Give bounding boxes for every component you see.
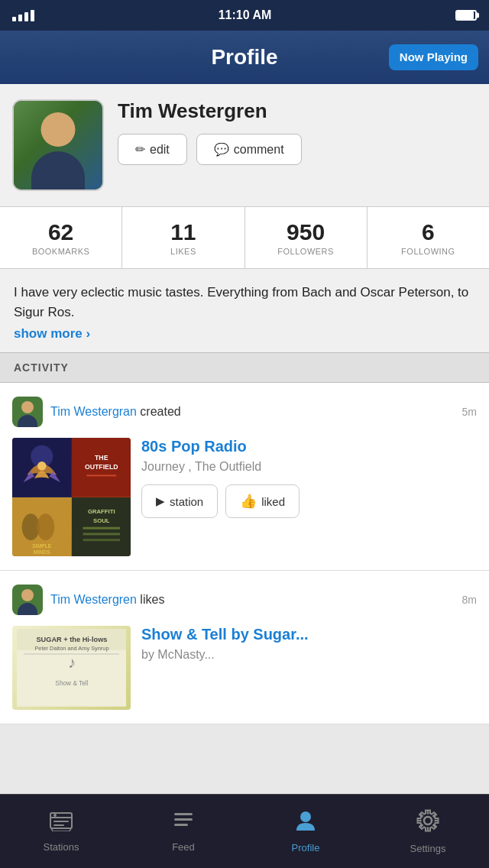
station-art-1: THE OUTFIELD SIMPLE MINDS GRAF (12, 438, 131, 556)
followers-label: FOLLOWERS (251, 247, 361, 256)
activity-header: ACTIVITY (0, 352, 489, 383)
activity-item-1: Tim Westergran created 5m (0, 383, 489, 571)
activity-time-2: 8m (462, 594, 477, 606)
edit-button[interactable]: ✏ edit (118, 134, 187, 165)
stats-bar: 62 BOOKMARKS 11 LIKES 950 FOLLOWERS 6 FO… (0, 206, 489, 269)
bookmarks-stat[interactable]: 62 BOOKMARKS (0, 207, 122, 268)
activity-user-row-2: Tim Westergren likes (12, 585, 164, 615)
header: Profile Now Playing (0, 31, 489, 84)
tab-settings[interactable]: Settings (367, 795, 489, 868)
svg-text:SIMPLE: SIMPLE (32, 542, 51, 548)
activity-desc-1: Tim Westergran created (50, 405, 181, 419)
station-artists-1: Journey , The Outfield (141, 460, 477, 474)
user-avatar-1 (12, 397, 43, 427)
following-count: 6 (374, 219, 483, 245)
art-cell-4: GRAFFITI SOUL (72, 497, 131, 557)
svg-rect-6 (86, 474, 116, 476)
settings-tab-label: Settings (410, 843, 446, 854)
svg-text:GRAFFITI: GRAFFITI (87, 508, 115, 515)
station-buttons-1: ▶ station 👍 liked (141, 484, 477, 518)
stations-tab-label: Stations (44, 841, 79, 853)
station-info-1: 80s Pop Radio Journey , The Outfield ▶ s… (141, 438, 477, 556)
album-name-2[interactable]: Show & Tell by Sugar... (141, 626, 477, 643)
bio-section: I have very eclectic music tastes. Every… (0, 269, 489, 352)
svg-text:SUGAR + the Hi-lows: SUGAR + the Hi-lows (36, 636, 107, 643)
activity-user-link-1[interactable]: Tim Westergran (50, 405, 137, 418)
tab-feed[interactable]: Feed (122, 795, 244, 868)
profile-icon (293, 809, 318, 837)
tab-bar: Stations Feed Profile (0, 794, 489, 868)
activity-user-row-1: Tim Westergran created (12, 397, 181, 427)
profile-tab-label: Profile (292, 842, 320, 853)
svg-text:THE: THE (95, 454, 108, 462)
play-icon: ▶ (156, 494, 165, 508)
activity-desc-2: Tim Westergren likes (50, 593, 164, 607)
tab-profile[interactable]: Profile (244, 795, 367, 868)
bio-text: I have very eclectic music tastes. Every… (14, 283, 475, 322)
profile-info: Tim Westergren ✏ edit 💬 comment (118, 99, 477, 165)
tab-stations[interactable]: Stations (0, 795, 122, 868)
art-cell-2: THE OUTFIELD (72, 438, 131, 497)
svg-rect-31 (174, 818, 193, 821)
svg-text:SOUL: SOUL (92, 517, 109, 523)
activity-label: ACTIVITY (14, 361, 69, 374)
activity-item-2: Tim Westergren likes 8m SUGAR + the Hi-l… (0, 571, 489, 724)
comment-button[interactable]: 💬 comment (196, 134, 302, 165)
svg-point-9 (37, 513, 54, 540)
profile-name: Tim Westergren (118, 99, 477, 123)
svg-text:Show & Tell: Show & Tell (55, 679, 88, 687)
thumbs-up-icon: 👍 (240, 493, 257, 510)
play-station-button[interactable]: ▶ station (141, 484, 218, 518)
svg-point-2 (37, 462, 47, 471)
profile-section: Tim Westergren ✏ edit 💬 comment (0, 84, 489, 206)
album-subtext-2: by McNasty... (141, 648, 477, 662)
settings-icon (416, 808, 440, 838)
svg-rect-16 (83, 533, 119, 535)
following-stat[interactable]: 6 FOLLOWING (368, 207, 489, 268)
svg-point-27 (53, 814, 57, 817)
avatar (12, 99, 104, 191)
status-bar: 11:10 AM (0, 0, 489, 31)
likes-label: LIKES (128, 247, 238, 256)
svg-rect-29 (53, 824, 64, 826)
svg-rect-28 (53, 821, 69, 822)
svg-rect-17 (83, 539, 119, 541)
profile-actions: ✏ edit 💬 comment (118, 134, 477, 165)
status-time: 11:10 AM (219, 8, 272, 22)
art-cell-1 (12, 438, 72, 497)
svg-text:Peter Dalton and Amy Synrup: Peter Dalton and Amy Synrup (34, 645, 108, 652)
svg-rect-32 (174, 824, 188, 826)
activity-time-1: 5m (462, 406, 477, 418)
stations-icon (49, 810, 73, 837)
comment-icon: 💬 (214, 142, 229, 157)
feed-tab-label: Feed (172, 841, 195, 853)
likes-count: 11 (128, 219, 238, 245)
followers-stat[interactable]: 950 FOLLOWERS (245, 207, 368, 268)
station-info-2: Show & Tell by Sugar... by McNasty... (141, 626, 477, 710)
activity-user-link-2[interactable]: Tim Westergren (50, 593, 137, 606)
station-content-1: THE OUTFIELD SIMPLE MINDS GRAF (12, 438, 477, 556)
svg-rect-30 (174, 813, 193, 815)
now-playing-button[interactable]: Now Playing (389, 44, 478, 70)
page-title: Profile (211, 45, 277, 70)
following-label: FOLLOWING (374, 247, 483, 256)
svg-point-35 (424, 817, 432, 824)
svg-text:OUTFIELD: OUTFIELD (84, 463, 118, 471)
likes-stat[interactable]: 11 LIKES (122, 207, 244, 268)
svg-text:MINDS: MINDS (34, 549, 50, 554)
svg-point-33 (300, 811, 311, 822)
station-content-2: SUGAR + the Hi-lows Peter Dalton and Amy… (12, 626, 477, 710)
album-art-2: SUGAR + the Hi-lows Peter Dalton and Amy… (12, 626, 131, 710)
station-name-1[interactable]: 80s Pop Radio (141, 438, 477, 455)
liked-button[interactable]: 👍 liked (225, 484, 300, 518)
user-avatar-2 (12, 585, 43, 615)
art-cell-3: SIMPLE MINDS (12, 497, 72, 557)
feed-icon (171, 810, 196, 837)
battery-icon (455, 10, 477, 21)
followers-count: 950 (251, 219, 361, 245)
svg-rect-15 (83, 526, 119, 529)
show-more-link[interactable]: show more › (14, 326, 90, 342)
bookmarks-count: 62 (6, 219, 115, 245)
activity-item-2-top: Tim Westergren likes 8m (12, 585, 477, 615)
signal-icon (12, 10, 34, 21)
